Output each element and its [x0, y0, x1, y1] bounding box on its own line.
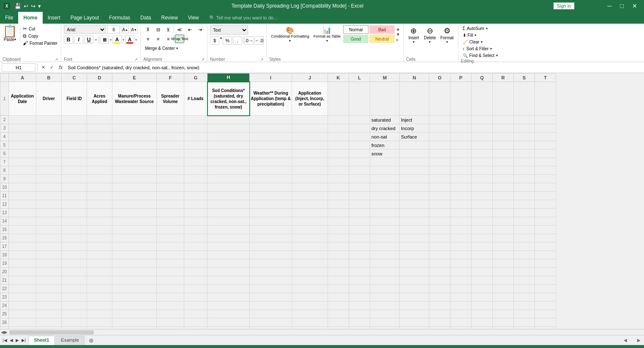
cell-S2[interactable]: [514, 116, 535, 124]
sheet-tab-example[interactable]: Example: [55, 336, 85, 345]
accounting-format-button[interactable]: $: [210, 36, 219, 45]
tab-formulas[interactable]: Formulas: [104, 12, 135, 24]
sort-filter-arrow[interactable]: ▾: [490, 47, 492, 51]
row-header-1[interactable]: 1: [0, 82, 9, 116]
font-color-button[interactable]: A: [125, 35, 134, 44]
cell-R1[interactable]: [493, 82, 514, 116]
cell-B3[interactable]: [36, 124, 62, 133]
cell-L2[interactable]: [349, 116, 370, 124]
cell-J5[interactable]: [292, 141, 328, 150]
tab-view[interactable]: View: [183, 12, 204, 24]
borders-arrow[interactable]: ▾: [110, 38, 112, 42]
fill-color-button[interactable]: A: [112, 35, 122, 44]
cell-E2[interactable]: [112, 116, 157, 124]
cut-button[interactable]: ✂ Cut: [22, 25, 58, 32]
formula-input[interactable]: [66, 65, 642, 70]
font-color-arrow[interactable]: ▾: [135, 38, 137, 42]
col-header-M[interactable]: M: [370, 73, 400, 82]
col-header-R[interactable]: R: [493, 73, 514, 82]
good-style[interactable]: Good: [343, 35, 368, 43]
number-expand-icon[interactable]: ↗: [260, 57, 264, 62]
format-as-table-button[interactable]: 📊 Format as Table ▾: [312, 25, 342, 44]
zoom-in-button[interactable]: +: [623, 347, 626, 348]
cell-O5[interactable]: [429, 141, 450, 150]
cell-P6[interactable]: [450, 150, 472, 158]
confirm-formula-button[interactable]: ✓: [48, 64, 55, 71]
cell-O1[interactable]: [429, 82, 450, 116]
col-header-T[interactable]: T: [535, 73, 556, 82]
cell-I2[interactable]: [250, 116, 292, 124]
sheet-tab-add-button[interactable]: ⊕: [85, 336, 97, 345]
cell-C1[interactable]: Field ID: [62, 82, 87, 116]
restore-button[interactable]: □: [617, 2, 627, 10]
row-header-13[interactable]: 13: [0, 209, 9, 217]
page-layout-view-button[interactable]: ⊞: [561, 347, 568, 348]
cell-T6[interactable]: [535, 150, 556, 158]
row-header-26[interactable]: 26: [0, 318, 9, 327]
row-header-23[interactable]: 23: [0, 293, 9, 302]
row-header-4[interactable]: 4: [0, 133, 9, 141]
cell-D5[interactable]: [87, 141, 112, 150]
horizontal-scrollbar[interactable]: ◀ ▶: [0, 329, 644, 335]
cell-K2[interactable]: [328, 116, 349, 124]
cell-B5[interactable]: [36, 141, 62, 150]
row-header-6[interactable]: 6: [0, 150, 9, 158]
cell-F1[interactable]: Spreader Volume: [157, 82, 184, 116]
cell-P4[interactable]: [450, 133, 472, 141]
number-format-select[interactable]: Text: [210, 25, 248, 35]
cell-T5[interactable]: [535, 141, 556, 150]
accounting-arrow[interactable]: ▾: [220, 36, 222, 45]
cell-H2[interactable]: [207, 116, 250, 124]
cell-D3[interactable]: [87, 124, 112, 133]
align-center-button[interactable]: ≡: [153, 35, 163, 43]
row-header-21[interactable]: 21: [0, 276, 9, 285]
cell-K3[interactable]: [328, 124, 349, 133]
cell-P5[interactable]: [450, 141, 472, 150]
insert-button[interactable]: ⊕ Insert ▾: [406, 25, 421, 45]
cell-N2[interactable]: Inject: [400, 116, 429, 124]
cell-M6[interactable]: snow: [370, 150, 400, 158]
fill-arrow[interactable]: ▾: [475, 33, 476, 37]
tab-file[interactable]: File: [0, 12, 18, 24]
scroll-h-left[interactable]: ◀: [624, 338, 627, 343]
styles-scroll-down[interactable]: ▼: [396, 32, 401, 37]
cell-Q2[interactable]: [472, 116, 493, 124]
cell-Q6[interactable]: [472, 150, 493, 158]
row-header-17[interactable]: 17: [0, 242, 9, 251]
tab-home[interactable]: Home: [18, 12, 42, 24]
decrease-decimal-button[interactable]: ←.0: [254, 36, 264, 45]
sheet-nav-prev[interactable]: ◀: [9, 338, 14, 343]
col-header-I[interactable]: I: [250, 73, 292, 82]
row-header-7[interactable]: 7: [0, 158, 9, 166]
cell-N5[interactable]: [400, 141, 429, 150]
cell-C2[interactable]: [62, 116, 87, 124]
cell-N6[interactable]: [400, 150, 429, 158]
col-header-N[interactable]: N: [400, 73, 429, 82]
cell-A3[interactable]: [9, 124, 36, 133]
cell-R6[interactable]: [493, 150, 514, 158]
cell-H3[interactable]: [207, 124, 250, 133]
cell-K6[interactable]: [328, 150, 349, 158]
cell-A4[interactable]: [9, 133, 36, 141]
row-header-2[interactable]: 2: [0, 116, 9, 124]
cell-J1[interactable]: Application (Inject, Incorp, or Surface): [292, 82, 328, 116]
bold-button[interactable]: B: [64, 35, 73, 44]
col-header-F[interactable]: F: [157, 73, 184, 82]
cell-B4[interactable]: [36, 133, 62, 141]
cell-Q3[interactable]: [472, 124, 493, 133]
cell-E1[interactable]: Manure/Process Wastewater Source: [112, 82, 157, 116]
font-expand-icon[interactable]: ↗: [134, 57, 138, 62]
scroll-right-arrow[interactable]: ▶: [4, 330, 8, 334]
normal-style[interactable]: Normal: [343, 25, 368, 34]
cell-A6[interactable]: [9, 150, 36, 158]
cell-Q1[interactable]: [472, 82, 493, 116]
cell-B6[interactable]: [36, 150, 62, 158]
merge-center-arrow[interactable]: ▾: [176, 46, 178, 50]
col-header-H[interactable]: H: [207, 73, 250, 82]
cell-F5[interactable]: [157, 141, 184, 150]
cell-H5[interactable]: [207, 141, 250, 150]
col-header-S[interactable]: S: [514, 73, 535, 82]
underline-arrow[interactable]: ▾: [95, 38, 97, 42]
wrap-text-button[interactable]: Wrap Text: [175, 35, 184, 43]
delete-arrow[interactable]: ▾: [429, 40, 431, 44]
